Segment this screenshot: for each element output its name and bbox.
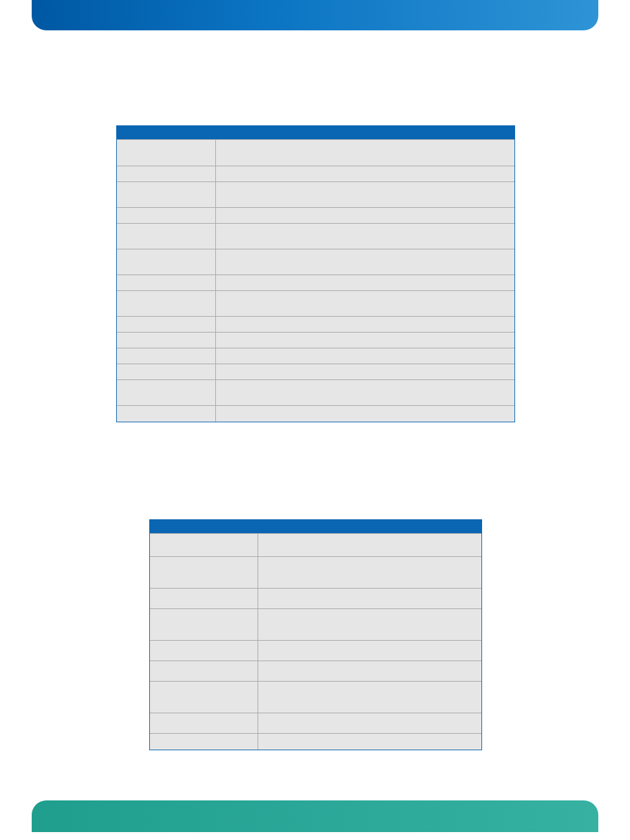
table-row	[117, 181, 514, 207]
cell	[258, 713, 481, 733]
cell	[258, 609, 481, 640]
cell	[216, 166, 514, 181]
cell	[117, 166, 216, 181]
table-row	[150, 608, 481, 640]
cell	[150, 609, 258, 640]
cell	[117, 291, 216, 316]
cell	[216, 208, 514, 223]
cell	[150, 557, 258, 588]
table-row	[150, 733, 481, 750]
cell	[117, 348, 216, 364]
table-row	[150, 681, 481, 713]
cell	[150, 534, 258, 556]
cell	[216, 333, 514, 348]
cell	[150, 713, 258, 733]
cell	[258, 661, 481, 681]
cell	[150, 661, 258, 681]
table-row	[117, 332, 514, 348]
table-row	[117, 405, 514, 422]
table-row	[150, 713, 481, 733]
cell	[258, 534, 481, 556]
table-row	[150, 640, 481, 661]
cell	[216, 249, 514, 275]
table-row	[150, 661, 481, 681]
table-row	[150, 556, 481, 588]
table-row	[117, 316, 514, 332]
cell	[216, 275, 514, 290]
cell	[117, 275, 216, 290]
cell	[216, 224, 514, 249]
cell	[258, 589, 481, 608]
cell	[216, 182, 514, 207]
cell	[258, 682, 481, 713]
table-row	[117, 348, 514, 364]
table-2	[149, 519, 482, 750]
cell	[150, 589, 258, 608]
cell	[216, 406, 514, 422]
cell	[150, 641, 258, 661]
table-1	[116, 125, 515, 422]
table-2-header	[150, 520, 481, 533]
table-row	[117, 207, 514, 223]
cell	[150, 734, 258, 750]
cell	[117, 249, 216, 275]
table-row	[117, 223, 514, 249]
table-row	[117, 379, 514, 405]
cell	[117, 364, 216, 379]
cell	[216, 380, 514, 405]
table-row	[117, 166, 514, 181]
table-row	[150, 588, 481, 608]
cell	[117, 208, 216, 223]
cell	[216, 140, 514, 166]
cell	[117, 406, 216, 422]
page-header-bar	[32, 0, 598, 30]
cell	[117, 380, 216, 405]
table-row	[117, 139, 514, 166]
table-row	[117, 364, 514, 379]
table-row	[150, 533, 481, 556]
cell	[117, 224, 216, 249]
cell	[258, 641, 481, 661]
cell	[117, 333, 216, 348]
cell	[117, 140, 216, 166]
table-row	[117, 290, 514, 316]
page-footer-bar	[32, 800, 598, 832]
cell	[216, 291, 514, 316]
cell	[258, 557, 481, 588]
table-row	[117, 249, 514, 275]
cell	[216, 317, 514, 332]
cell	[216, 364, 514, 379]
cell	[150, 682, 258, 713]
table-1-header	[117, 126, 514, 139]
cell	[258, 734, 481, 750]
cell	[216, 348, 514, 364]
cell	[117, 317, 216, 332]
table-row	[117, 275, 514, 290]
cell	[117, 182, 216, 207]
